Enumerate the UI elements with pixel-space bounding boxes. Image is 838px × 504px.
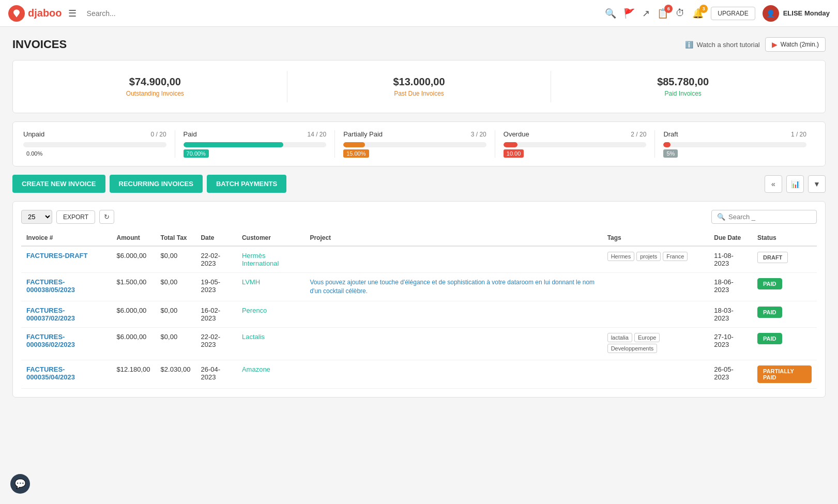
- prev-icon[interactable]: «: [765, 175, 782, 193]
- status-badge: PAID: [757, 333, 782, 344]
- overdue-count: 2 / 20: [631, 131, 646, 138]
- customer-link[interactable]: Amazone: [242, 365, 270, 373]
- invoice-link[interactable]: FACTURES-000038/05/2023: [26, 278, 75, 294]
- cell-invoice: FACTURES-000037/02/2023: [21, 301, 112, 327]
- progress-unpaid: Unpaid 0 / 20 0.00%: [23, 130, 175, 158]
- customer-link[interactable]: Perenco: [242, 307, 267, 314]
- tag[interactable]: Europe: [634, 333, 660, 342]
- filter-icon[interactable]: ▼: [808, 175, 826, 193]
- summary-cards: $74.900,00 Outstanding Invoices $13.000,…: [12, 60, 826, 113]
- flag-icon[interactable]: 🚩: [623, 8, 635, 19]
- unpaid-count: 0 / 20: [151, 131, 166, 138]
- customer-link[interactable]: Hermès International: [242, 252, 279, 267]
- invoices-table: Invoice # Amount Total Tax Date Customer…: [21, 230, 817, 389]
- unpaid-label: Unpaid: [23, 130, 44, 138]
- logo-icon: [8, 5, 25, 22]
- cell-tax: $0,00: [156, 301, 196, 327]
- paid-value: 70.00%: [184, 149, 209, 158]
- partial-count: 3 / 20: [471, 131, 486, 138]
- clock-icon[interactable]: ⏱: [676, 8, 685, 19]
- per-page-select[interactable]: 25 50 100: [21, 210, 52, 224]
- notifications-icon[interactable]: 🔔 3: [692, 8, 704, 19]
- batch-payments-button[interactable]: BATCH PAYMENTS: [207, 175, 286, 193]
- customer-link[interactable]: Lactalis: [242, 333, 265, 341]
- cell-status: PAID: [752, 327, 817, 360]
- project-text: Vous pouvez ajouter une touche d'éléganc…: [310, 279, 595, 295]
- tasks-badge: 6: [664, 5, 673, 13]
- tag[interactable]: lactalia: [607, 333, 632, 342]
- watch-btn-label: Watch (2min.): [781, 41, 819, 48]
- refresh-button[interactable]: ↻: [99, 210, 114, 224]
- hamburger-menu[interactable]: ☰: [68, 8, 77, 19]
- draft-bar-bg: [663, 142, 806, 147]
- cell-amount: $6.000,00: [112, 301, 156, 327]
- cell-date: 16-02-2023: [195, 301, 236, 327]
- customer-link[interactable]: LVMH: [242, 278, 260, 286]
- user-name: ELISE Monday: [783, 9, 830, 17]
- partial-value: 15.00%: [343, 149, 369, 158]
- cell-invoice: FACTURES-000035/04/2023: [21, 360, 112, 388]
- progress-partial: Partially Paid 3 / 20 15.00%: [335, 130, 495, 158]
- tag[interactable]: Hermes: [607, 252, 635, 261]
- pastdue-label: Past Due Invoices: [298, 90, 541, 97]
- logo[interactable]: djaboo: [8, 5, 62, 22]
- partial-bar-fill: [343, 142, 364, 147]
- invoice-link[interactable]: FACTURES-DRAFT: [26, 252, 87, 259]
- header-icons: 🔍 🚩 ↗ 📋 6 ⏱ 🔔 3 UPGRADE 👤 ELISE Monday: [605, 5, 830, 22]
- tag[interactable]: projets: [636, 252, 661, 261]
- cell-amount: $6.000,00: [112, 246, 156, 273]
- watch-button[interactable]: ▶ Watch (2min.): [765, 37, 826, 52]
- page-content: INVOICES ℹ️ Watch a short tutorial ▶ Wat…: [0, 27, 838, 408]
- table-row: FACTURES-000038/05/2023 $1.500,00 $0,00 …: [21, 273, 817, 301]
- tutorial-label: Watch a short tutorial: [696, 41, 759, 49]
- upgrade-button[interactable]: UPGRADE: [711, 7, 755, 20]
- col-due-date: Due Date: [709, 230, 752, 246]
- cell-date: 22-02-2023: [195, 327, 236, 360]
- recurring-invoices-button[interactable]: RECURRING INVOICES: [110, 175, 203, 193]
- pastdue-card: $13.000,00 Past Due Invoices: [287, 71, 552, 102]
- table-header-row: Invoice # Amount Total Tax Date Customer…: [21, 230, 817, 246]
- paid-bar-fill: [184, 142, 284, 147]
- tag[interactable]: Developpements: [607, 344, 658, 353]
- col-invoice: Invoice #: [21, 230, 112, 246]
- table-search-input[interactable]: [728, 213, 811, 221]
- chart-icon[interactable]: 📊: [786, 175, 804, 193]
- header-search-input[interactable]: [87, 9, 294, 18]
- cell-due-date: 18-06-2023: [709, 273, 752, 301]
- table-row: FACTURES-000036/02/2023 $6.000,00 $0,00 …: [21, 327, 817, 360]
- cell-tags: HermesprojetsFrance: [602, 246, 709, 273]
- page-title: INVOICES: [12, 38, 67, 51]
- share-icon[interactable]: ↗: [642, 8, 650, 19]
- tasks-icon[interactable]: 📋 6: [657, 8, 668, 19]
- export-button[interactable]: EXPORT: [56, 210, 95, 224]
- col-project: Project: [304, 230, 602, 246]
- pastdue-amount: $13.000,00: [298, 76, 541, 88]
- invoice-link[interactable]: FACTURES-000035/04/2023: [26, 365, 75, 381]
- invoice-link[interactable]: FACTURES-000037/02/2023: [26, 307, 75, 322]
- play-icon: ▶: [772, 40, 778, 49]
- cell-date: 22-02-2023: [195, 246, 236, 273]
- col-customer: Customer: [237, 230, 305, 246]
- cell-status: PARTIALLY PAID: [752, 360, 817, 388]
- cell-tags: [602, 273, 709, 301]
- outstanding-label: Outstanding Invoices: [34, 90, 277, 97]
- create-invoice-button[interactable]: CREATE NEW INVOICE: [12, 175, 105, 193]
- table-row: FACTURES-000035/04/2023 $12.180,00 $2.03…: [21, 360, 817, 388]
- table-search-area: 🔍: [711, 210, 817, 224]
- invoice-link[interactable]: FACTURES-000036/02/2023: [26, 333, 75, 348]
- outstanding-amount: $74.900,00: [34, 76, 277, 88]
- cell-tax: $2.030,00: [156, 360, 196, 388]
- overdue-bar-bg: [504, 142, 647, 147]
- user-area[interactable]: 👤 ELISE Monday: [763, 5, 830, 22]
- tag[interactable]: France: [663, 252, 688, 261]
- action-row: CREATE NEW INVOICE RECURRING INVOICES BA…: [12, 175, 826, 193]
- search-icon[interactable]: 🔍: [605, 8, 616, 19]
- progress-draft: Draft 1 / 20 5%: [655, 130, 815, 158]
- unpaid-value: 0.00%: [23, 149, 45, 158]
- tutorial-link[interactable]: ℹ️ Watch a short tutorial: [685, 41, 759, 49]
- table-row: FACTURES-DRAFT $6.000,00 $0,00 22-02-202…: [21, 246, 817, 273]
- paid-prog-count: 14 / 20: [307, 131, 326, 138]
- table-toolbar: 25 50 100 EXPORT ↻ 🔍: [21, 210, 817, 224]
- paid-card: $85.780,00 Paid Invoices: [551, 71, 815, 102]
- cell-project: Vous pouvez ajouter une touche d'éléganc…: [304, 273, 602, 301]
